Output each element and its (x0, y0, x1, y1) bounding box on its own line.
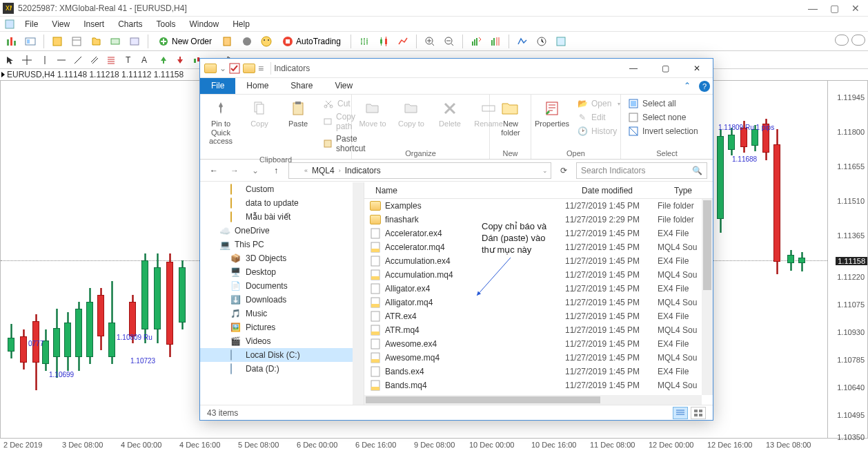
breadcrumb-dropdown-icon[interactable]: ⌄ (542, 167, 548, 174)
menu-file[interactable]: File (18, 18, 45, 30)
tree-item[interactable]: data to update (200, 196, 364, 210)
tb-options-icon[interactable] (239, 33, 255, 50)
tb-templates-icon[interactable] (553, 33, 569, 50)
tb-market-watch-icon[interactable] (49, 33, 66, 50)
explorer-close-button[interactable]: ✕ (681, 59, 713, 78)
hline-icon[interactable] (54, 52, 69, 68)
label-icon[interactable]: A (138, 52, 153, 68)
tb-bars-icon[interactable] (356, 33, 373, 50)
select-none-button[interactable]: Select none (625, 111, 701, 124)
cursor-icon[interactable] (3, 52, 18, 68)
tree-item[interactable]: 🎬Videos (200, 334, 364, 348)
tb-metaeditor-icon[interactable] (219, 33, 236, 50)
file-row[interactable]: Awesome.mq411/27/2019 1:45 PMMQL4 Sou (364, 351, 702, 365)
tree-item[interactable]: 🖥️Desktop (200, 265, 364, 279)
menu-charts[interactable]: Charts (111, 18, 149, 30)
select-all-button[interactable]: Select all (625, 97, 701, 110)
column-headers[interactable]: Name Date modified Type (364, 182, 713, 199)
help-button[interactable]: ? (696, 78, 713, 94)
menu-window[interactable]: Window (183, 18, 226, 30)
tb-line-icon[interactable] (395, 33, 411, 50)
tree-item[interactable]: Local Disk (C:) (200, 348, 364, 362)
chart-collapse-icon[interactable] (1, 72, 5, 77)
tb-indicators-icon[interactable] (514, 33, 531, 50)
edit-button[interactable]: ✎Edit (574, 111, 623, 124)
tb-navigator-icon[interactable] (88, 33, 104, 50)
file-row[interactable]: Bands.mq411/27/2019 1:45 PMMQL4 Sou (364, 378, 702, 392)
maximize-button[interactable]: ▢ (830, 3, 839, 14)
tb-autoscroll-icon[interactable] (468, 33, 484, 50)
file-row[interactable]: Accumulation.mq411/27/2019 1:45 PMMQL4 S… (364, 268, 702, 282)
tree-item[interactable]: Data (D:) (200, 362, 364, 376)
horizontal-scrollbar[interactable] (364, 395, 702, 405)
search-input[interactable]: Search Indicators 🔍 (576, 162, 707, 179)
menu-view[interactable]: View (45, 18, 77, 30)
explorer-titlebar[interactable]: ⌄ ≡ Indicators — ▢ ✕ (200, 59, 713, 78)
crosshair-icon[interactable] (19, 52, 34, 68)
tree-item[interactable]: 🎵Music (200, 307, 364, 320)
tree-item[interactable]: 💻This PC (200, 238, 364, 251)
file-row[interactable]: Alligator.ex411/27/2019 1:45 PMEX4 File (364, 282, 702, 296)
new-order-button[interactable]: New Order (153, 33, 217, 50)
delete-button[interactable]: Delete (433, 97, 466, 130)
col-type[interactable]: Type (669, 186, 713, 195)
trendline-icon[interactable] (70, 52, 86, 68)
open-button[interactable]: 📂Open▾ (574, 97, 623, 110)
properties-button[interactable]: Properties (535, 97, 569, 130)
collapse-ribbon-icon[interactable]: ⌃ (678, 78, 696, 94)
chat-bubbles-icon[interactable] (835, 35, 865, 46)
tree-item[interactable]: 🖼️Pictures (200, 320, 364, 334)
breadcrumb-mql4[interactable]: MQL4 (310, 166, 336, 175)
menu-help[interactable]: Help (226, 18, 257, 30)
tb-periods-icon[interactable] (533, 33, 550, 50)
tb-terminal-icon[interactable] (107, 33, 124, 50)
col-name[interactable]: Name (370, 186, 576, 195)
autotrading-button[interactable]: AutoTrading (277, 33, 346, 50)
tb-zoom-in-icon[interactable] (422, 33, 438, 50)
tree-item[interactable]: Mẫu bài viết (200, 210, 364, 224)
file-row[interactable]: ATR.mq411/27/2019 1:45 PMMQL4 Sou (364, 323, 702, 337)
nav-forward-button[interactable]: → (226, 162, 243, 179)
tb-shift-icon[interactable] (487, 33, 504, 50)
view-large-button[interactable] (691, 407, 706, 419)
file-row[interactable]: ATR.ex411/27/2019 1:45 PMEX4 File (364, 309, 702, 323)
tb-zoom-out-icon[interactable] (441, 33, 457, 50)
tb-candles-icon[interactable] (375, 33, 392, 50)
col-date[interactable]: Date modified (576, 186, 669, 195)
explorer-maximize-button[interactable]: ▢ (649, 59, 681, 78)
menu-box-icon[interactable] (4, 19, 15, 30)
breadcrumb-bar[interactable]: « MQL4 › Indicators ⌄ (288, 162, 551, 179)
tree-scrollbar[interactable] (353, 182, 364, 405)
tree-item[interactable]: ⬇️Downloads (200, 293, 364, 307)
tb-data-window-icon[interactable] (68, 33, 85, 50)
qat-dropdown-icon[interactable]: ⌄ (219, 64, 226, 73)
ribbon-tab-share[interactable]: Share (279, 78, 324, 94)
menu-insert[interactable]: Insert (77, 18, 111, 30)
breadcrumb-indicators[interactable]: Indicators (344, 166, 382, 175)
view-details-button[interactable] (673, 407, 688, 419)
tb-profiles-icon[interactable] (22, 33, 39, 50)
ribbon-tab-view[interactable]: View (324, 78, 364, 94)
move-to-button[interactable]: Move to (356, 97, 389, 130)
refresh-button[interactable]: ⟳ (555, 162, 572, 179)
tb-strategy-tester-icon[interactable] (126, 33, 143, 50)
history-button[interactable]: 🕑History (574, 125, 623, 137)
nav-recent-button[interactable]: ⌄ (247, 162, 264, 179)
new-folder-button[interactable]: New folder (494, 97, 527, 138)
tree-item[interactable]: Custom (200, 182, 364, 196)
copy-button[interactable]: Copy (243, 97, 276, 130)
explorer-minimize-button[interactable]: — (618, 59, 649, 78)
vertical-scrollbar[interactable] (702, 199, 713, 395)
close-button[interactable]: ✕ (851, 3, 860, 14)
tree-item[interactable]: 📦3D Objects (200, 251, 364, 265)
file-row[interactable]: Examples11/27/2019 1:45 PMFile folder (364, 199, 702, 213)
paste-button[interactable]: Paste (282, 97, 315, 130)
file-row[interactable]: Alligator.mq411/27/2019 1:45 PMMQL4 Sou (364, 296, 702, 309)
file-row[interactable]: Awesome.ex411/27/2019 1:45 PMEX4 File (364, 337, 702, 351)
pin-quick-access-button[interactable]: Pin to Quick access (204, 97, 237, 147)
fibo-icon[interactable] (103, 52, 119, 68)
tree-item[interactable]: ☁️OneDrive (200, 224, 364, 238)
channel-icon[interactable] (87, 52, 102, 68)
file-row[interactable]: Bands.ex411/27/2019 1:45 PMEX4 File (364, 365, 702, 378)
tb-new-chart-icon[interactable] (3, 33, 19, 50)
